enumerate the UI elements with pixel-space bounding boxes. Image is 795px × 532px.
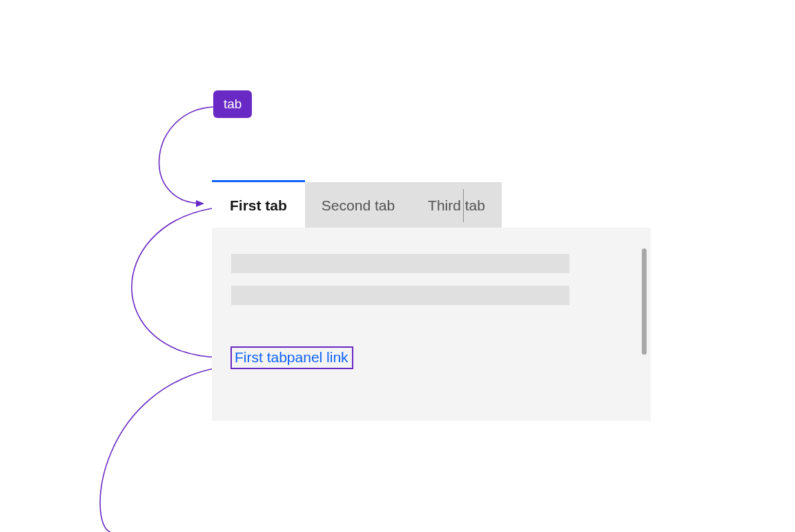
content-placeholder-line [231, 254, 569, 273]
annotation-badge-label: tab [224, 97, 242, 111]
tablist: First tab Second tab Third tab [212, 182, 502, 228]
tab-label: Third tab [428, 198, 485, 213]
content-placeholder-line [231, 286, 569, 305]
tabpanel-link-first[interactable]: First tabpanel link [231, 347, 353, 368]
tab-label: First tab [230, 198, 287, 213]
scrollbar-thumb[interactable] [642, 248, 647, 355]
link-text: First tabpanel link [235, 349, 349, 365]
tab-second[interactable]: Second tab [305, 182, 411, 228]
diagram-stage: tab First tab Second tab Third tab First… [0, 0, 795, 532]
annotation-badge-tab: tab [213, 90, 252, 118]
tab-third[interactable]: Third tab [411, 182, 502, 228]
tabpanel-first [212, 228, 651, 421]
tab-label: Second tab [322, 198, 395, 213]
tab-first[interactable]: First tab [212, 182, 305, 228]
tab-divider [463, 189, 464, 222]
